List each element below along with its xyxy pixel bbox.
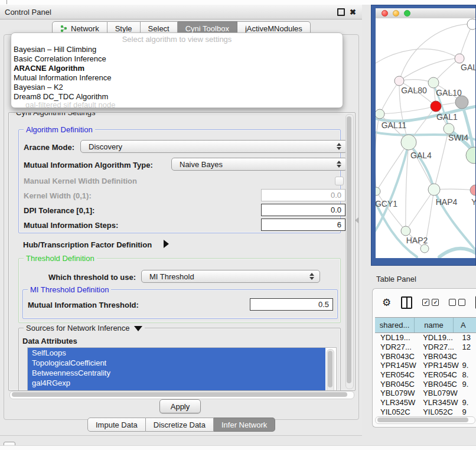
- table-row[interactable]: YBR045C YBR045C 9.: [375, 379, 476, 389]
- sources-title-text: Sources for Network Inference: [26, 324, 130, 332]
- algorithm-option[interactable]: Bayesian – Hill Climbing: [11, 45, 343, 54]
- panel-splitter-handle[interactable]: [355, 217, 358, 223]
- tab-impute-data-label: Impute Data: [96, 420, 138, 429]
- settings-scroll-thumb[interactable]: [347, 116, 351, 383]
- network-node-salmon[interactable]: [470, 185, 475, 195]
- network-node-gal4[interactable]: [401, 135, 416, 150]
- cyni-algorithm-settings-group: Cyni Algorithm Settings Algorithm Defini…: [8, 112, 356, 391]
- zoom-traffic-light-icon[interactable]: [404, 10, 410, 17]
- network-node-gray[interactable]: [455, 96, 468, 109]
- table-horizontal-scrollbar[interactable]: [375, 416, 475, 424]
- sources-group: Sources for Network Inference Data Attri…: [18, 328, 341, 391]
- kernel-width-field: 0.0: [261, 189, 345, 201]
- table-row[interactable]: YBL079W YBL079W: [375, 389, 476, 398]
- dpi-tolerance-field[interactable]: 0.0: [261, 204, 345, 216]
- screen: Control Panel ✖ Network Style Select Cyn: [0, 0, 476, 450]
- network-canvas[interactable]: GAL GAL80 GAL10 GAL1 GAL11 SWI4 GAL4 GCY…: [376, 18, 475, 258]
- network-combo-ghost: gal-filtered sif default node: [25, 100, 115, 108]
- node-label: Y: [471, 197, 475, 207]
- tab-select-label: Select: [148, 24, 169, 33]
- settings-horizontal-scrollbar[interactable]: [9, 391, 354, 399]
- table-row[interactable]: YDL19... YDL19... 13: [375, 333, 476, 343]
- mi-steps-field[interactable]: 6: [261, 219, 345, 231]
- mi-type-combo[interactable]: Naive Bayes: [171, 158, 347, 171]
- mi-threshold-value: 0.5: [318, 300, 329, 309]
- table-row[interactable]: YBR043C YBR043C: [375, 351, 476, 361]
- node-label: GAL1: [436, 112, 458, 122]
- table-row[interactable]: YLR345W YLR345W 9.: [375, 398, 476, 407]
- network-node[interactable]: [466, 147, 475, 164]
- cell-name: YLR345W: [418, 398, 459, 407]
- table-body: YDL19... YDL19... 13 YDR27... YDR27... 1…: [375, 333, 476, 416]
- which-threshold-combo[interactable]: MI Threshold: [141, 270, 320, 283]
- attribute-item[interactable]: BetweennessCentrality: [28, 368, 336, 378]
- mi-threshold-field[interactable]: 0.5: [250, 298, 333, 311]
- tab-infer-network[interactable]: Infer Network: [214, 418, 275, 432]
- cell-shared-name: YBR045C: [375, 379, 418, 389]
- tab-network-label: Network: [71, 24, 99, 33]
- column-header-shared[interactable]: shared...: [375, 318, 415, 332]
- network-node-gal1-selected[interactable]: [431, 101, 441, 112]
- sources-group-title: Sources for Network Inference: [24, 324, 145, 332]
- algorithm-option-selected[interactable]: ARACNE Algorithm: [11, 64, 343, 73]
- data-attributes-list[interactable]: SelfLoopsTopologicalCoefficientBetweenne…: [27, 347, 337, 391]
- expand-right-arrow-icon[interactable]: [164, 240, 169, 248]
- close-traffic-light-icon[interactable]: [382, 10, 388, 17]
- column-header-name[interactable]: name: [415, 318, 454, 332]
- cell-value: 9: [459, 407, 476, 417]
- apply-button[interactable]: Apply: [159, 399, 201, 413]
- deselect-all-icon[interactable]: [449, 299, 465, 306]
- algorithm-option[interactable]: Basic Correlation Inference: [11, 54, 343, 64]
- table-hscroll-thumb[interactable]: [377, 418, 468, 422]
- settings-hscroll-thumb[interactable]: [12, 392, 347, 397]
- network-node-gcy1[interactable]: [376, 187, 380, 195]
- cell-shared-name: YBR043C: [375, 351, 418, 361]
- attribute-item[interactable]: gal4RGexp: [28, 378, 336, 388]
- settings-group-title: Cyni Algorithm Settings: [14, 112, 97, 117]
- float-window-icon[interactable]: [337, 8, 345, 16]
- table-row[interactable]: YIL052C YIL052C 9: [375, 407, 476, 417]
- node-label: SWI4: [448, 133, 468, 142]
- network-node-hap4[interactable]: [428, 184, 440, 195]
- table-toolbar: ⚙ ✓✓: [373, 289, 476, 316]
- cell-value: 9.: [459, 398, 476, 407]
- collapse-down-arrow-icon[interactable]: [134, 326, 142, 331]
- network-node-gal80[interactable]: [395, 76, 404, 86]
- attribute-item[interactable]: TopologicalCoefficient: [28, 358, 336, 368]
- mi-steps-value: 6: [337, 220, 341, 229]
- kernel-width-value: 0.0: [331, 191, 341, 200]
- table-row[interactable]: YDR27... YDR27... 12: [375, 343, 476, 352]
- network-node[interactable]: [467, 19, 475, 30]
- dpi-tolerance-value: 0.0: [331, 206, 341, 214]
- table-row[interactable]: YER054C YER054C 8.: [375, 370, 476, 380]
- select-all-icon[interactable]: ✓✓: [422, 299, 439, 306]
- network-node[interactable]: [420, 244, 429, 253]
- mi-type-value: Naive Bayes: [180, 160, 223, 169]
- settings-vertical-scrollbar[interactable]: [345, 114, 354, 389]
- cell-name: YDL19...: [418, 333, 459, 343]
- minimize-traffic-light-icon[interactable]: [393, 10, 399, 17]
- teal-edges: [376, 84, 475, 257]
- tab-impute-data[interactable]: Impute Data: [87, 418, 146, 432]
- gear-icon[interactable]: ⚙: [382, 298, 391, 308]
- network-node[interactable]: [455, 54, 464, 63]
- cell-value: [459, 389, 476, 398]
- close-icon[interactable]: ✖: [350, 8, 356, 16]
- algorithm-option[interactable]: Bayesian – K2: [11, 83, 343, 92]
- aracne-mode-combo[interactable]: Discovery: [80, 140, 347, 153]
- manual-kernel-checkbox[interactable]: [335, 177, 344, 185]
- network-window-titlebar: [376, 8, 475, 19]
- list-scroll-thumb[interactable]: [328, 351, 332, 387]
- network-node-hap2[interactable]: [401, 226, 410, 236]
- attribute-item[interactable]: SelfLoops: [28, 348, 336, 358]
- hub-definition-label: Hub/Transcription Factor Definition: [23, 240, 152, 249]
- algorithm-option[interactable]: Mutual Information Inference: [11, 73, 343, 83]
- column-header-cut[interactable]: A: [454, 318, 476, 332]
- network-node-gal11[interactable]: [376, 109, 384, 119]
- table-row[interactable]: YPR145W YPR145W 9.: [375, 361, 476, 370]
- tab-discretize-data[interactable]: Discretize Data: [146, 418, 214, 432]
- split-columns-icon[interactable]: [401, 296, 412, 309]
- list-vertical-scrollbar[interactable]: [327, 349, 334, 391]
- node-label: GAL10: [436, 88, 462, 97]
- network-node-gal10[interactable]: [428, 77, 439, 88]
